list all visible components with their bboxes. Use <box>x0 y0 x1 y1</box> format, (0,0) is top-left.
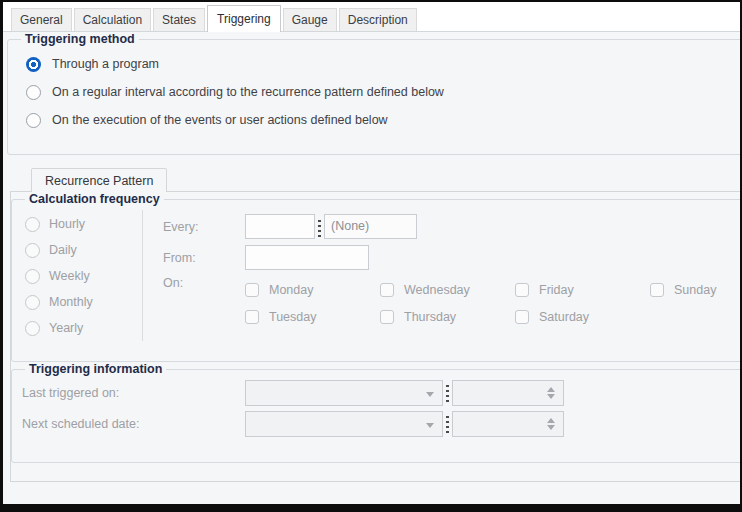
radio-option-hourly[interactable]: Hourly <box>22 211 142 237</box>
chevron-down-icon[interactable] <box>426 392 434 397</box>
splitter-grip-icon <box>318 220 321 237</box>
from-input[interactable] <box>245 245 369 270</box>
every-label: Every: <box>163 220 245 234</box>
checkbox-wednesday[interactable]: Wednesday <box>380 276 515 303</box>
radio-option-weekly[interactable]: Weekly <box>22 263 142 289</box>
checkbox-tuesday[interactable]: Tuesday <box>245 303 380 330</box>
weekday-column: Wednesday Thursday <box>380 276 515 330</box>
radio-option-events-actions[interactable]: On the execution of the events or user a… <box>18 106 740 134</box>
tab-states[interactable]: States <box>153 8 205 31</box>
weekday-column: Monday Tuesday <box>245 276 380 330</box>
day-label: Wednesday <box>404 283 470 297</box>
on-label: On: <box>163 276 245 290</box>
radio-option-daily[interactable]: Daily <box>22 237 142 263</box>
tab-recurrence-pattern[interactable]: Recurrence Pattern <box>31 168 167 192</box>
weekday-column: Sunday <box>650 276 740 330</box>
day-label: Saturday <box>539 310 589 324</box>
dialog-window: General Calculation States Triggering Ga… <box>0 0 742 512</box>
last-triggered-label: Last triggered on: <box>22 386 245 400</box>
triggering-information-group: Triggering information Last triggered on… <box>11 362 740 463</box>
recurrence-tab-row: Recurrence Pattern <box>31 168 740 191</box>
every-row: Every: (None) <box>163 214 740 239</box>
radio-selected-icon[interactable] <box>26 57 41 72</box>
frequency-label: Daily <box>49 243 77 257</box>
tab-description[interactable]: Description <box>339 8 417 31</box>
checkbox-sunday[interactable]: Sunday <box>650 276 740 303</box>
frequency-fields-column: Every: (None) From: On: <box>143 210 740 341</box>
every-input[interactable] <box>245 214 315 239</box>
radio-option-through-program[interactable]: Through a program <box>18 50 740 78</box>
spin-down-icon[interactable] <box>547 394 555 399</box>
checkbox-icon[interactable] <box>380 310 394 324</box>
radio-disabled-icon[interactable] <box>25 295 40 310</box>
recurrence-pattern-panel: Calculation frequency Hourly Daily <box>10 191 740 482</box>
checkbox-friday[interactable]: Friday <box>515 276 650 303</box>
last-triggered-row: Last triggered on: <box>22 380 740 406</box>
next-scheduled-date-combo[interactable] <box>245 411 443 437</box>
calculation-frequency-title: Calculation frequency <box>25 192 164 206</box>
triggering-tab-content: Triggering method Through a program On a… <box>3 32 740 504</box>
radio-option-label: Through a program <box>52 57 159 71</box>
frequency-label: Yearly <box>49 321 83 335</box>
radio-disabled-icon[interactable] <box>25 269 40 284</box>
radio-option-monthly[interactable]: Monthly <box>22 289 142 315</box>
checkbox-saturday[interactable]: Saturday <box>515 303 650 330</box>
checkbox-thursday[interactable]: Thursday <box>380 303 515 330</box>
next-scheduled-label: Next scheduled date: <box>22 417 245 431</box>
frequency-label: Monthly <box>49 295 93 309</box>
from-row: From: <box>163 245 740 270</box>
spin-up-icon[interactable] <box>547 387 555 392</box>
tab-general[interactable]: General <box>11 8 72 31</box>
frequency-label: Hourly <box>49 217 85 231</box>
radio-unselected-icon[interactable] <box>26 113 41 128</box>
radio-option-yearly[interactable]: Yearly <box>22 315 142 341</box>
last-triggered-time-spinner[interactable] <box>452 380 564 406</box>
day-label: Sunday <box>674 283 716 297</box>
last-triggered-date-combo[interactable] <box>245 380 443 406</box>
dialog-client-area: General Calculation States Triggering Ga… <box>3 2 740 504</box>
day-label: Friday <box>539 283 574 297</box>
radio-disabled-icon[interactable] <box>25 217 40 232</box>
radio-option-label: On the execution of the events or user a… <box>52 113 388 127</box>
checkbox-icon[interactable] <box>380 283 394 297</box>
radio-option-regular-interval[interactable]: On a regular interval according to the r… <box>18 78 740 106</box>
from-label: From: <box>163 251 245 265</box>
splitter-grip-icon <box>446 416 449 435</box>
checkbox-icon[interactable] <box>515 310 529 324</box>
checkbox-icon[interactable] <box>650 283 664 297</box>
every-unit-field[interactable]: (None) <box>324 214 417 239</box>
splitter-grip-icon <box>446 385 449 404</box>
day-label: Tuesday <box>269 310 316 324</box>
triggering-information-title: Triggering information <box>25 362 166 376</box>
calculation-frequency-body: Hourly Daily Weekly <box>22 210 740 341</box>
next-scheduled-time-spinner[interactable] <box>452 411 564 437</box>
next-scheduled-row: Next scheduled date: <box>22 411 740 437</box>
day-label: Monday <box>269 283 313 297</box>
on-row: On: Monday <box>163 276 740 330</box>
checkbox-icon[interactable] <box>515 283 529 297</box>
radio-option-label: On a regular interval according to the r… <box>52 85 444 99</box>
triggering-method-group: Triggering method Through a program On a… <box>7 32 740 155</box>
weekday-checkbox-grid: Monday Tuesday <box>245 276 740 330</box>
calculation-frequency-group: Calculation frequency Hourly Daily <box>11 192 740 362</box>
checkbox-monday[interactable]: Monday <box>245 276 380 303</box>
checkbox-icon[interactable] <box>245 283 259 297</box>
tab-gauge[interactable]: Gauge <box>283 8 337 31</box>
main-tab-bar: General Calculation States Triggering Ga… <box>3 2 740 32</box>
spin-down-icon[interactable] <box>547 425 555 430</box>
frequency-options-column: Hourly Daily Weekly <box>22 210 143 341</box>
chevron-down-icon[interactable] <box>426 423 434 428</box>
triggering-method-title: Triggering method <box>21 32 139 46</box>
tab-triggering[interactable]: Triggering <box>207 5 281 32</box>
radio-disabled-icon[interactable] <box>25 243 40 258</box>
frequency-label: Weekly <box>49 269 90 283</box>
checkbox-icon[interactable] <box>245 310 259 324</box>
spin-up-icon[interactable] <box>547 418 555 423</box>
weekday-column: Friday Saturday <box>515 276 650 330</box>
radio-disabled-icon[interactable] <box>25 321 40 336</box>
radio-unselected-icon[interactable] <box>26 85 41 100</box>
day-label: Thursday <box>404 310 456 324</box>
tab-calculation[interactable]: Calculation <box>74 8 151 31</box>
